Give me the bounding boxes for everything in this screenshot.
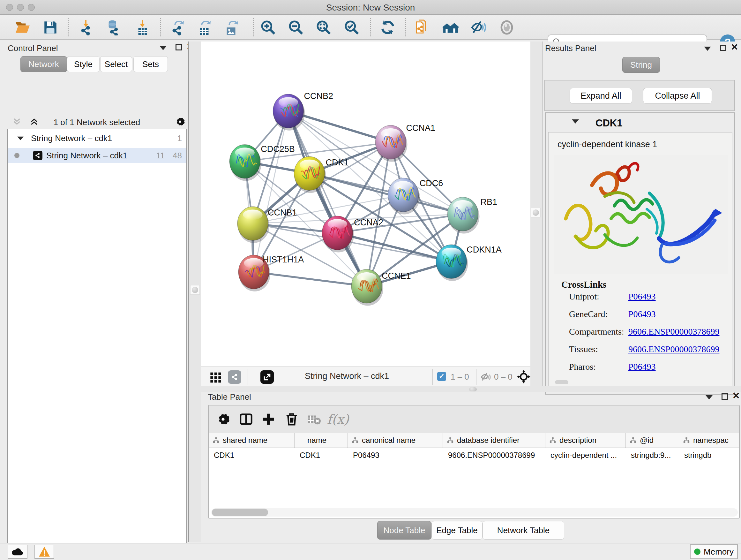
column-header-database-identifier[interactable]: database identifier: [443, 433, 545, 448]
column-header-description[interactable]: description: [545, 433, 626, 448]
import-network-file-icon[interactable]: [77, 18, 95, 37]
crosslink-link[interactable]: 9606.ENSP00000378699: [628, 327, 719, 337]
import-table-file-icon[interactable]: [134, 18, 151, 37]
save-session-icon[interactable]: [42, 18, 59, 37]
panel-float-icon[interactable]: [176, 44, 182, 51]
node-CDC6[interactable]: [388, 178, 420, 214]
edge-HIST1H1A-CCNE1[interactable]: [254, 272, 367, 287]
hide-panels-icon[interactable]: [470, 18, 488, 37]
tab-node-table[interactable]: Node Table: [377, 521, 431, 540]
horizontal-splitter[interactable]: [201, 386, 741, 392]
node-CCNE1[interactable]: [351, 269, 383, 306]
delete-column-trash-icon[interactable]: [283, 411, 300, 428]
table-settings-gear-icon[interactable]: [214, 411, 232, 428]
left-splitter[interactable]: [188, 42, 201, 542]
memory-button[interactable]: Memory: [690, 544, 738, 559]
node-CCNA2[interactable]: [322, 216, 354, 253]
tree-column-icon: [549, 437, 556, 444]
show-panel-icon[interactable]: [498, 18, 516, 37]
node-RB1[interactable]: [448, 197, 479, 234]
column-header-name[interactable]: name: [294, 433, 348, 448]
zoom-out-icon[interactable]: [287, 18, 305, 37]
crosslink-link[interactable]: 9606.ENSP00000378699: [628, 344, 719, 354]
tab-select[interactable]: Select: [100, 56, 132, 72]
table-cell[interactable]: P06493: [348, 448, 443, 462]
selected-checkbox-icon[interactable]: ✓: [437, 372, 446, 381]
panel-float-icon[interactable]: [722, 393, 728, 400]
cloud-status-icon[interactable]: [8, 545, 27, 559]
right-splitter[interactable]: [530, 42, 542, 386]
table-hscrollbar[interactable]: [211, 508, 738, 516]
table-cell[interactable]: cyclin-dependent ...: [545, 448, 626, 462]
warnings-icon[interactable]: [35, 545, 54, 559]
panel-close-icon[interactable]: ✕: [731, 44, 738, 51]
expand-all-button[interactable]: Expand All: [569, 88, 632, 104]
network-collection-row[interactable]: String Network – cdk1 1: [8, 131, 186, 146]
tab-edge-table[interactable]: Edge Table: [431, 521, 482, 540]
column-header-namespac[interactable]: namespac: [679, 433, 740, 448]
table-cell[interactable]: 9606.ENSP00000378699: [443, 448, 545, 462]
table-cell[interactable]: CDK1: [294, 448, 348, 462]
results-scrollbar-thumb[interactable]: [555, 380, 568, 384]
column-header-canonical-name[interactable]: canonical name: [348, 433, 443, 448]
tab-network-table[interactable]: Network Table: [482, 521, 564, 540]
string-home-icon[interactable]: [442, 18, 460, 37]
export-network-icon[interactable]: [169, 18, 186, 37]
panel-menu-caret-icon[interactable]: [159, 46, 166, 50]
panel-close-icon[interactable]: ✕: [732, 393, 740, 399]
left-splitter-handle[interactable]: [190, 285, 200, 295]
right-splitter-handle[interactable]: [531, 208, 541, 217]
node-CDKN1A[interactable]: [436, 245, 468, 281]
import-network-database-icon[interactable]: [105, 18, 123, 37]
zoom-in-icon[interactable]: [259, 18, 277, 37]
export-image-icon[interactable]: [223, 18, 241, 37]
crosslink-link[interactable]: P06493: [628, 292, 656, 302]
node-CDC25B[interactable]: [229, 145, 261, 181]
table-cell[interactable]: CDK1: [209, 448, 294, 462]
table-cell[interactable]: stringdb:9...: [626, 448, 679, 462]
tab-style[interactable]: Style: [67, 56, 99, 72]
network-row-selected[interactable]: String Network – cdk1 11 48: [8, 148, 186, 163]
panel-menu-caret-icon[interactable]: [704, 47, 711, 51]
network-view-canvas[interactable]: CCNB2CCNA1CDC25BCDK1CDC6RB1CCNB1CCNA2CDK…: [201, 42, 530, 367]
tab-sets[interactable]: Sets: [133, 56, 168, 72]
panel-menu-caret-icon[interactable]: [705, 395, 713, 399]
memory-label: Memory: [704, 547, 734, 557]
tab-network[interactable]: Network: [20, 56, 67, 72]
update-view-icon[interactable]: [379, 18, 397, 37]
crosslink-link[interactable]: P06493: [628, 362, 656, 372]
birdseye-grid-icon[interactable]: [209, 370, 222, 384]
table-hscrollbar-thumb[interactable]: [212, 509, 268, 516]
current-network-title: String Network – cdk1: [305, 371, 389, 381]
node-CCNB2[interactable]: [273, 94, 305, 131]
entry-collapse-caret-icon[interactable]: [572, 119, 579, 124]
entry-header[interactable]: CDK1: [546, 113, 734, 132]
show-columns-icon[interactable]: [238, 411, 255, 428]
node-CCNA1[interactable]: [375, 125, 407, 162]
zoom-selected-icon[interactable]: [343, 18, 360, 37]
export-table-icon[interactable]: [195, 18, 213, 37]
open-session-icon[interactable]: [13, 18, 31, 37]
column-header--id[interactable]: @id: [626, 433, 679, 448]
open-view-in-window-icon[interactable]: [260, 370, 274, 384]
share-document-icon[interactable]: [413, 18, 431, 37]
network-label: String Network – cdk1: [46, 151, 127, 161]
column-header-shared-name[interactable]: shared name: [209, 433, 294, 448]
network-options-gear-icon[interactable]: [175, 116, 185, 128]
crosslink-link[interactable]: P06493: [628, 309, 656, 319]
delete-table-icon[interactable]: [306, 411, 323, 428]
panel-float-icon[interactable]: [720, 45, 726, 51]
add-column-plus-icon[interactable]: [260, 411, 277, 428]
node-label-CCNB2: CCNB2: [304, 91, 333, 101]
zoom-fit-content-icon[interactable]: [315, 18, 333, 37]
horizontal-splitter-handle[interactable]: [469, 387, 477, 391]
collapse-all-button[interactable]: Collapse All: [643, 88, 712, 104]
table-cell[interactable]: stringdb: [679, 448, 740, 462]
fit-crosshair-icon[interactable]: [516, 369, 531, 385]
tab-string[interactable]: String: [622, 57, 660, 73]
string-view-icon[interactable]: [228, 370, 241, 384]
tree-expand-caret-icon[interactable]: [17, 136, 23, 140]
table-row[interactable]: CDK1CDK1P064939606.ENSP00000378699cyclin…: [209, 448, 739, 462]
hidden-eye-slash-icon[interactable]: [480, 371, 491, 384]
node-CDK1[interactable]: [294, 157, 326, 193]
